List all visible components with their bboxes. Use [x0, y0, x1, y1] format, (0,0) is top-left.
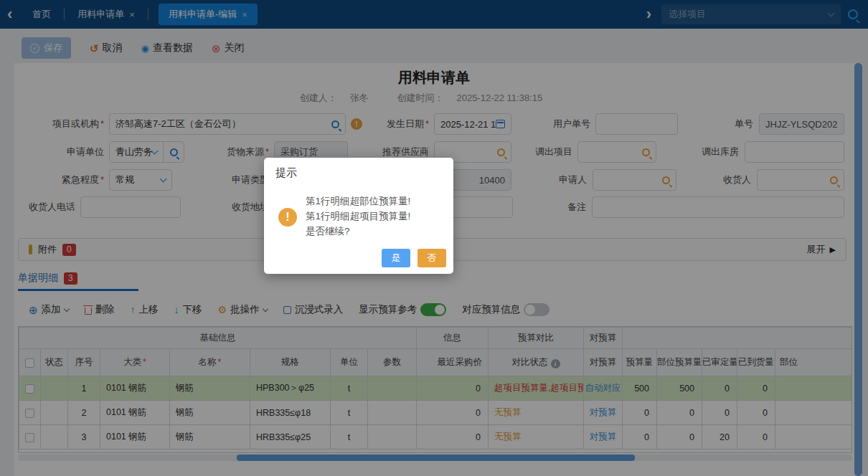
app-window: ‹ 首页 用料申请单 × 用料申请单-编辑 × › 选择项目 保存 ↺ 取消 — [0, 0, 868, 476]
dialog-buttons: 是 否 — [382, 249, 446, 267]
confirm-no-button[interactable]: 否 — [418, 249, 446, 267]
dialog-title: 提示 — [275, 166, 297, 180]
dialog-message: 第1行明细超部位预算量! 第1行明细超项目预算量! 是否继续? — [306, 194, 445, 239]
warning-icon — [278, 208, 297, 227]
confirm-yes-button[interactable]: 是 — [382, 249, 410, 267]
confirm-dialog: 提示 第1行明细超部位预算量! 第1行明细超项目预算量! 是否继续? 是 否 — [264, 158, 453, 274]
